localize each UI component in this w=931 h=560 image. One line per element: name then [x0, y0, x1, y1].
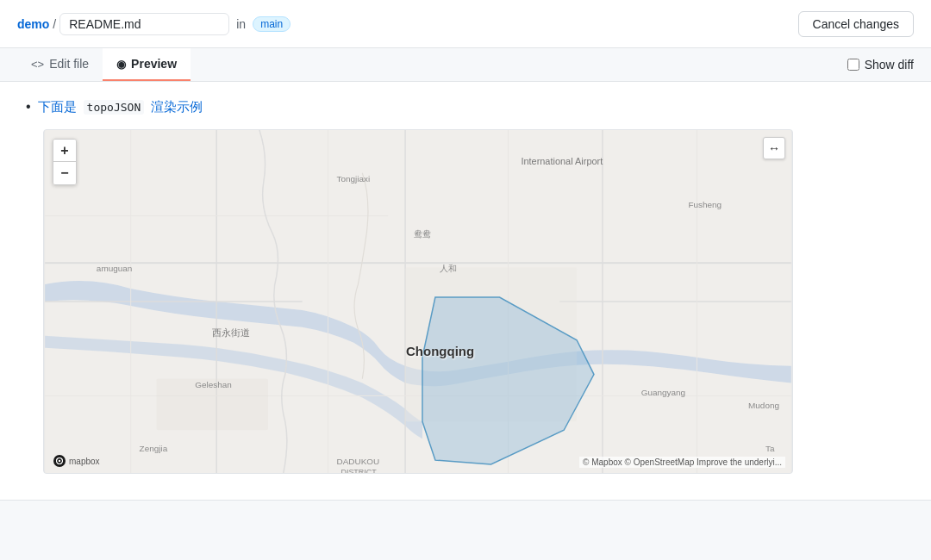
svg-text:Zengjia: Zengjia: [140, 444, 168, 453]
svg-text:Geleshan: Geleshan: [195, 380, 232, 389]
svg-text:DADUKOU: DADUKOU: [336, 457, 379, 466]
show-diff-checkbox[interactable]: [847, 59, 859, 71]
svg-text:DISTRICT: DISTRICT: [341, 468, 377, 473]
svg-text:鸯鸯: 鸯鸯: [414, 229, 431, 239]
preview-icon: ◉: [116, 58, 126, 71]
tab-preview[interactable]: ◉ Preview: [103, 48, 191, 81]
edit-tab-label: Edit file: [49, 57, 89, 71]
edit-icon: <>: [31, 58, 44, 71]
code-text: topoJSON: [84, 100, 145, 115]
bullet-item: • 下面是 topoJSON 渲染示例: [26, 99, 905, 115]
svg-text:amuguan: amuguan: [97, 264, 132, 273]
preview-content: • 下面是 topoJSON 渲染示例: [0, 82, 931, 500]
svg-text:Tongjiaxi: Tongjiaxi: [336, 174, 370, 184]
tabs-left: <> Edit file ◉ Preview: [17, 48, 191, 81]
svg-text:Mudong: Mudong: [748, 401, 779, 410]
svg-text:International Airport: International Airport: [521, 156, 603, 166]
in-label: in: [236, 17, 246, 31]
mapbox-logo: mapbox: [53, 454, 100, 468]
text-after: 渲染示例: [151, 99, 203, 115]
svg-text:Ta: Ta: [765, 444, 775, 453]
cancel-changes-button[interactable]: Cancel changes: [798, 11, 914, 37]
map-controls: + −: [53, 139, 77, 185]
show-diff-label[interactable]: Show diff: [865, 58, 914, 72]
map-city-label: Chongqing: [406, 344, 474, 358]
filename-input[interactable]: [59, 13, 229, 35]
svg-text:Fusheng: Fusheng: [688, 200, 722, 209]
branch-badge: main: [253, 16, 291, 32]
tabs-bar: <> Edit file ◉ Preview Show diff: [0, 48, 931, 82]
header-bar: demo / in main Cancel changes: [0, 0, 931, 48]
text-before: 下面是: [38, 99, 77, 115]
show-diff-area: Show diff: [847, 51, 914, 78]
svg-point-32: [59, 460, 60, 462]
tab-edit[interactable]: <> Edit file: [17, 48, 103, 81]
map-svg: International Airport Fusheng 西永街道 Geles…: [44, 130, 792, 473]
zoom-in-button[interactable]: +: [53, 140, 76, 162]
expand-map-button[interactable]: ↔: [763, 137, 785, 159]
breadcrumb-separator: /: [53, 17, 56, 31]
breadcrumb-demo-link[interactable]: demo: [17, 17, 49, 31]
bullet-dot: •: [26, 99, 31, 115]
zoom-out-button[interactable]: −: [53, 162, 76, 184]
svg-text:Guangyang: Guangyang: [641, 388, 685, 397]
map-container: International Airport Fusheng 西永街道 Geles…: [43, 129, 793, 474]
svg-text:西永街道: 西永街道: [212, 327, 250, 338]
main-container: <> Edit file ◉ Preview Show diff • 下面是 t…: [0, 48, 931, 501]
preview-tab-label: Preview: [131, 57, 177, 71]
expand-icon: ↔: [768, 141, 780, 155]
svg-text:人和: 人和: [440, 264, 457, 273]
map-attribution: © Mapbox © OpenStreetMap Improve the und…: [579, 457, 785, 468]
breadcrumb: demo / in main: [17, 13, 291, 35]
